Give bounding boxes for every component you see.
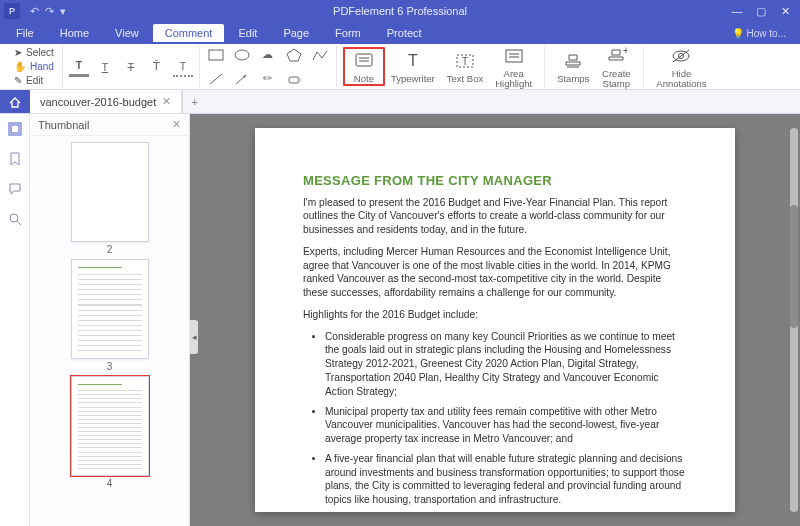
svg-point-20 — [10, 214, 18, 222]
cursor-icon: ➤ — [14, 47, 22, 58]
eye-slash-icon — [670, 45, 692, 67]
doc-bullet-list: Considerable progress on many key Counci… — [325, 330, 687, 507]
document-tab-bar: vancouver-2016-budget ✕ + — [0, 90, 800, 114]
area-highlight-icon — [504, 45, 524, 67]
maximize-button[interactable]: ▢ — [750, 2, 772, 20]
underline-text-icon[interactable]: T — [95, 57, 115, 77]
close-tab-icon[interactable]: ✕ — [162, 95, 171, 108]
edit-icon: ✎ — [14, 75, 22, 86]
app-icon: P — [4, 3, 20, 19]
close-panel-icon[interactable]: ✕ — [172, 118, 181, 131]
doc-paragraph: Experts, including Mercer Human Resource… — [303, 245, 687, 300]
create-stamp-icon: + — [605, 45, 627, 67]
lightbulb-icon: 💡 — [732, 28, 744, 39]
howto-label: How to... — [747, 28, 786, 39]
stamp-icon — [562, 50, 584, 72]
svg-point-1 — [235, 50, 249, 60]
thumbnail-item[interactable]: 2 — [71, 142, 149, 255]
line-shape-icon[interactable] — [206, 69, 226, 89]
page-viewport[interactable]: ◂ MESSAGE FROM THE CITY MANAGER I'm plea… — [190, 114, 800, 526]
eraser-icon[interactable] — [284, 69, 304, 89]
textbox-icon: T — [455, 50, 475, 72]
qat-dropdown-icon[interactable]: ▾ — [60, 5, 66, 18]
menu-protect[interactable]: Protect — [375, 24, 434, 42]
thumbnail-panel-title: Thumbnail — [38, 119, 89, 131]
selection-tool-group: ➤Select ✋Hand ✎Edit — [6, 46, 63, 87]
menu-file[interactable]: File — [4, 24, 46, 42]
thumbnails-panel-icon[interactable] — [6, 120, 24, 138]
document-tab[interactable]: vancouver-2016-budget ✕ — [30, 90, 182, 113]
svg-line-21 — [17, 221, 21, 225]
menu-bar: File Home View Comment Edit Page Form Pr… — [0, 22, 800, 44]
polygon-shape-icon[interactable] — [284, 45, 304, 65]
window-title: PDFelement 6 Professional — [333, 5, 467, 17]
thumbnail-page-preview — [71, 142, 149, 242]
svg-rect-6 — [356, 54, 372, 66]
workspace: Thumbnail ✕ 234 ◂ MESSAGE FROM THE CITY … — [0, 114, 800, 526]
create-stamp-button[interactable]: + Create Stamp — [595, 43, 637, 90]
menu-edit[interactable]: Edit — [226, 24, 269, 42]
svg-rect-19 — [11, 125, 19, 133]
panel-collapse-handle[interactable]: ◂ — [190, 320, 198, 354]
note-button[interactable]: Note — [343, 47, 385, 87]
doc-bullet: Municipal property tax and utility fees … — [325, 405, 687, 446]
ribbon: ➤Select ✋Hand ✎Edit T T T T̂ T ☁ — [0, 44, 800, 90]
svg-text:T: T — [462, 56, 468, 67]
thumbnail-item[interactable]: 3 — [71, 259, 149, 372]
typewriter-button[interactable]: T Typewriter — [385, 48, 441, 86]
minimize-button[interactable]: — — [726, 2, 748, 20]
pencil-draw-icon[interactable]: ✏ — [258, 69, 278, 89]
bookmarks-panel-icon[interactable] — [6, 150, 24, 168]
edit-tool[interactable]: ✎Edit — [12, 74, 56, 87]
quick-access-toolbar: ↶ ↷ ▾ — [30, 5, 66, 18]
select-tool[interactable]: ➤Select — [12, 46, 56, 59]
hide-group: Hide Annotations — [644, 46, 718, 87]
menu-view[interactable]: View — [103, 24, 151, 42]
thumbnail-page-preview — [71, 376, 149, 476]
area-highlight-button[interactable]: Area Highlight — [489, 43, 538, 90]
svg-text:+: + — [623, 47, 627, 56]
stamps-button[interactable]: Stamps — [551, 48, 595, 86]
howto-link[interactable]: 💡 How to... — [732, 28, 796, 39]
hand-tool[interactable]: ✋Hand — [12, 60, 56, 73]
thumbnail-page-number: 4 — [107, 478, 113, 489]
connected-lines-icon[interactable] — [310, 45, 330, 65]
annotations-group: Note T Typewriter T Text Box Area Highli… — [337, 46, 545, 87]
highlight-text-icon[interactable]: T — [69, 57, 89, 77]
document-page: MESSAGE FROM THE CITY MANAGER I'm please… — [255, 128, 735, 512]
comments-panel-icon[interactable] — [6, 180, 24, 198]
strikethrough-text-icon[interactable]: T — [121, 57, 141, 77]
qat-redo-icon[interactable]: ↷ — [45, 5, 54, 18]
menu-comment[interactable]: Comment — [153, 24, 225, 42]
menu-page[interactable]: Page — [271, 24, 321, 42]
hand-icon: ✋ — [14, 61, 26, 72]
typewriter-icon: T — [408, 50, 418, 72]
svg-marker-2 — [287, 49, 301, 61]
thumbnail-page-number: 3 — [107, 361, 113, 372]
search-panel-icon[interactable] — [6, 210, 24, 228]
document-tab-label: vancouver-2016-budget — [40, 96, 156, 108]
caret-text-icon[interactable]: T̂ — [147, 57, 167, 77]
menu-form[interactable]: Form — [323, 24, 373, 42]
shapes-group: ☁ ✏ — [200, 46, 337, 87]
doc-paragraph: Highlights for the 2016 Budget include: — [303, 308, 687, 322]
cloud-shape-icon[interactable]: ☁ — [258, 45, 278, 65]
stamps-group: Stamps + Create Stamp — [545, 46, 644, 87]
textbox-button[interactable]: T Text Box — [441, 48, 489, 86]
close-button[interactable]: ✕ — [774, 2, 796, 20]
menu-home[interactable]: Home — [48, 24, 101, 42]
sticky-note-icon — [354, 50, 374, 72]
hide-annotations-button[interactable]: Hide Annotations — [650, 43, 712, 90]
squiggly-text-icon[interactable]: T — [173, 57, 193, 77]
home-tab-button[interactable] — [0, 90, 30, 113]
arrow-shape-icon[interactable] — [232, 69, 252, 89]
qat-undo-icon[interactable]: ↶ — [30, 5, 39, 18]
rectangle-shape-icon[interactable] — [206, 45, 226, 65]
vertical-scrollbar[interactable] — [790, 128, 798, 512]
svg-rect-11 — [506, 50, 522, 62]
svg-rect-0 — [209, 50, 223, 60]
oval-shape-icon[interactable] — [232, 45, 252, 65]
thumbnail-item[interactable]: 4 — [71, 376, 149, 489]
doc-paragraph: I'm pleased to present the 2016 Budget a… — [303, 196, 687, 237]
new-tab-button[interactable]: + — [182, 90, 206, 113]
